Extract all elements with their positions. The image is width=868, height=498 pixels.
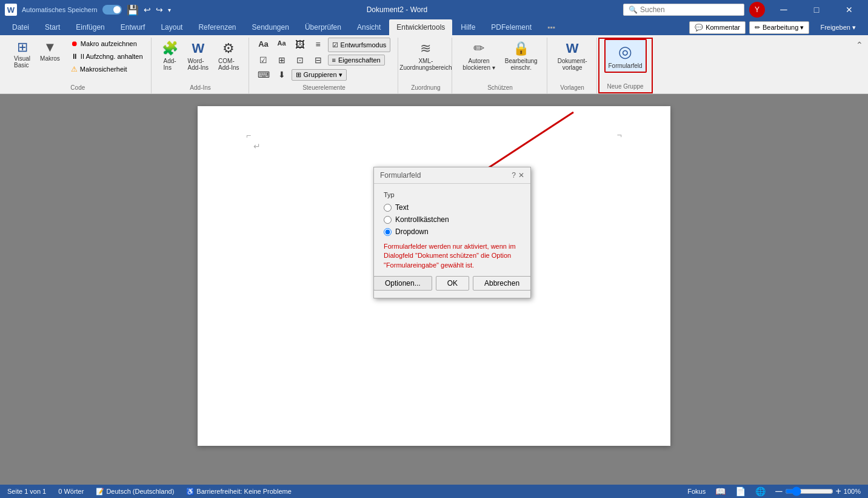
makrosicherheit-button[interactable]: ⚠ Makrosicherheit bbox=[68, 63, 146, 75]
tab-datei[interactable]: Datei bbox=[5, 19, 36, 35]
word-count: 0 Wörter bbox=[58, 488, 84, 495]
com-add-ins-button[interactable]: ⚙ COM-Add-Ins bbox=[214, 38, 243, 74]
cb1-button[interactable]: ☑ bbox=[255, 53, 272, 67]
zoom-slider[interactable] bbox=[785, 486, 833, 496]
tab-layout[interactable]: Layout bbox=[153, 19, 190, 35]
formularfeld-icon: ◎ bbox=[618, 42, 632, 61]
typ-label: Typ bbox=[384, 191, 521, 198]
addins-group-label: Add-Ins bbox=[153, 84, 249, 91]
gruppieren-button[interactable]: ⊞ Gruppieren ▾ bbox=[292, 69, 347, 81]
zoom-level: 100% bbox=[844, 488, 861, 495]
tab-ansicht[interactable]: Ansicht bbox=[350, 19, 388, 35]
read-mode-button[interactable]: 📖 bbox=[715, 486, 726, 496]
neue-gruppe-label: Neue Gruppe bbox=[599, 83, 652, 90]
tab-ueberpruefen[interactable]: Überprüfen bbox=[298, 19, 349, 35]
zoom-in-button[interactable]: + bbox=[836, 486, 841, 497]
tab-referenzen[interactable]: Referenzen bbox=[191, 19, 243, 35]
cb6-button[interactable]: ⬇ bbox=[273, 68, 290, 81]
eigenschaften-button[interactable]: ≡ Eigenschaften bbox=[328, 55, 385, 66]
tab-entwicklertools[interactable]: Entwicklertools bbox=[389, 19, 452, 35]
radio-dropdown-label: Dropdown bbox=[395, 227, 429, 236]
web-layout-button[interactable]: 🌐 bbox=[755, 486, 766, 496]
maximize-button[interactable]: □ bbox=[803, 0, 830, 19]
save-icon[interactable]: 💾 bbox=[127, 4, 139, 16]
bearbeitung-button[interactable]: ✏ Bearbeitung ▾ bbox=[749, 21, 809, 34]
zoom-control: ─ + 100% bbox=[775, 486, 861, 497]
cb5-button[interactable]: ⌨ bbox=[255, 68, 272, 81]
bild-button[interactable]: 🖼 bbox=[292, 38, 309, 52]
aa-small-button[interactable]: Aa bbox=[273, 38, 290, 52]
close-button[interactable]: ✕ bbox=[835, 0, 863, 19]
accessibility-status[interactable]: ♿ Barrierefreiheit: Keine Probleme bbox=[186, 488, 292, 496]
entwurfsmodus-button[interactable]: ☑ Entwurfsmodus bbox=[328, 38, 391, 52]
ribbon-toolbar: ⊞ VisualBasic ▼ Makros ⏺ Makro aufzeichn… bbox=[0, 35, 868, 94]
user-avatar[interactable]: Y bbox=[749, 2, 765, 18]
aufzchng-anhalten-button[interactable]: ⏸ II Aufzchng. anhalten bbox=[68, 50, 146, 62]
search-input[interactable] bbox=[640, 5, 731, 14]
dokument-vorlage-icon: W bbox=[566, 41, 579, 56]
undo-icon[interactable]: ↩ bbox=[144, 5, 151, 15]
quick-access-dropdown[interactable]: ▾ bbox=[168, 7, 171, 13]
cb3-button[interactable]: ⊡ bbox=[292, 53, 309, 67]
language[interactable]: 📝 Deutsch (Deutschland) bbox=[96, 488, 174, 496]
tab-extra[interactable]: ▪▪▪ bbox=[540, 19, 563, 35]
tab-pdfelement[interactable]: PDFelement bbox=[484, 19, 539, 35]
dokument-vorlage-button[interactable]: W Dokument-vorlage bbox=[553, 38, 592, 74]
ok-button[interactable]: OK bbox=[436, 276, 469, 291]
abbrechen-button[interactable]: Abbrechen bbox=[473, 276, 531, 291]
optionen-button[interactable]: Optionen... bbox=[373, 276, 432, 291]
kommentar-button[interactable]: 💬 Kommentar bbox=[689, 21, 746, 34]
makros-button[interactable]: ▼ Makros bbox=[36, 38, 64, 72]
ribbon-collapse-button[interactable]: ⌃ bbox=[856, 40, 863, 50]
dialog-title-text: Formularfeld bbox=[380, 171, 421, 180]
redo-icon[interactable]: ↪ bbox=[156, 5, 163, 15]
status-bar-right: Fokus 📖 📄 🌐 ─ + 100% bbox=[687, 486, 861, 497]
title-bar: W Automatisches Speichern 💾 ↩ ↪ ▾ Dokume… bbox=[0, 0, 868, 19]
warning-icon: ⚠ bbox=[71, 65, 78, 73]
search-box[interactable]: 🔍 bbox=[623, 4, 744, 16]
lock-icon: 🔒 bbox=[513, 41, 529, 56]
autosave-toggle[interactable] bbox=[102, 5, 122, 15]
dialog-close-button[interactable]: ✕ bbox=[518, 171, 524, 180]
radio-kontroll-row[interactable]: Kontrollkästchen bbox=[384, 215, 521, 224]
aa-large-button[interactable]: Aa bbox=[255, 38, 272, 52]
com-add-ins-icon: ⚙ bbox=[222, 41, 235, 56]
tab-start[interactable]: Start bbox=[38, 19, 67, 35]
ribbon-group-zuordnung: ≋ XML-Zuordnungsbereich Zuordnung bbox=[399, 38, 452, 93]
tab-einfuegen[interactable]: Einfügen bbox=[68, 19, 112, 35]
zoom-out-button[interactable]: ─ bbox=[775, 486, 782, 497]
focus-button[interactable]: Fokus bbox=[687, 488, 706, 495]
freigeben-button[interactable]: Freigeben ▾ bbox=[813, 21, 863, 34]
dialog-help-button[interactable]: ? bbox=[512, 171, 516, 180]
visual-basic-icon: ⊞ bbox=[17, 41, 28, 54]
radio-kontroll-input[interactable] bbox=[384, 216, 392, 224]
print-layout-button[interactable]: 📄 bbox=[735, 486, 746, 496]
autoren-blockieren-icon: ✏ bbox=[473, 41, 484, 56]
word-add-ins-button[interactable]: W Word-Add-Ins bbox=[184, 38, 213, 74]
radio-text-input[interactable] bbox=[384, 204, 392, 212]
gruppieren-icon: ⊞ bbox=[296, 71, 301, 79]
xml-zuordnung-button[interactable]: ≋ XML-Zuordnungsbereich bbox=[404, 38, 447, 74]
tab-sendungen[interactable]: Sendungen bbox=[245, 19, 296, 35]
formularfeld-button[interactable]: ◎ Formularfeld bbox=[604, 39, 647, 73]
document-page: ⌐ ¬ ↵ bbox=[198, 106, 670, 446]
vorlagen-group-label: Vorlagen bbox=[549, 84, 596, 91]
add-ins-button[interactable]: 🧩 Add-Ins bbox=[158, 38, 182, 74]
app-logo: W bbox=[5, 4, 17, 16]
status-bar: Seite 1 von 1 0 Wörter 📝 Deutsch (Deutsc… bbox=[0, 485, 868, 498]
radio-dropdown-row[interactable]: Dropdown bbox=[384, 227, 521, 236]
autoren-blockieren-button[interactable]: ✏ Autorenblockieren ▾ bbox=[458, 38, 499, 74]
radio-dropdown-input[interactable] bbox=[384, 228, 392, 236]
visual-basic-button[interactable]: ⊞ VisualBasic bbox=[10, 38, 35, 72]
ribbon-group-neue-gruppe: ◎ Formularfeld Neue Gruppe bbox=[598, 38, 653, 93]
ribbon-group-addins: 🧩 Add-Ins W Word-Add-Ins ⚙ COM-Add-Ins A… bbox=[153, 38, 249, 93]
bearbeitung-einschr-button[interactable]: 🔒 Bearbeitungeinschr. bbox=[501, 38, 542, 74]
tab-hilfe[interactable]: Hilfe bbox=[453, 19, 482, 35]
cb2-button[interactable]: ⊞ bbox=[273, 53, 290, 67]
minimize-button[interactable]: ─ bbox=[770, 0, 798, 19]
abc-combo-button[interactable]: ≡ bbox=[310, 38, 327, 52]
makro-aufzeichnen-button[interactable]: ⏺ Makro aufzeichnen bbox=[68, 38, 146, 50]
cb4-button[interactable]: ⊟ bbox=[310, 53, 327, 67]
radio-text-row[interactable]: Text bbox=[384, 203, 521, 212]
tab-entwurf[interactable]: Entwurf bbox=[113, 19, 153, 35]
